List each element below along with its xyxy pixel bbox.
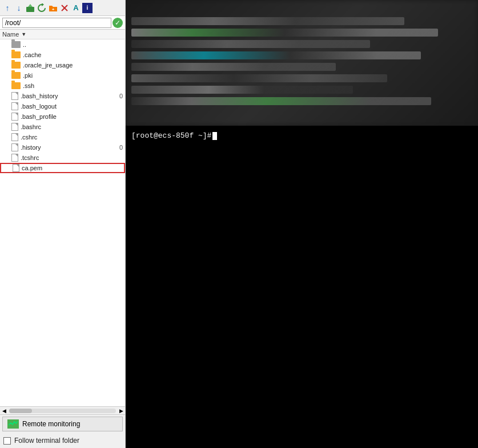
- tree-label-ssh: .ssh: [23, 82, 34, 89]
- folder-yellow-icon: [11, 82, 21, 89]
- follow-folder-row: Follow terminal folder: [0, 433, 125, 448]
- scroll-right-button[interactable]: ▶: [117, 407, 125, 415]
- blur-line-1: [131, 17, 404, 25]
- tree-label-cshrc: .cshrc: [21, 134, 37, 141]
- refresh-icon[interactable]: [37, 3, 47, 13]
- tree-label-bashrc: .bashrc: [21, 123, 41, 130]
- file-icon: [11, 123, 18, 131]
- file-icon: [11, 102, 18, 110]
- follow-folder-label: Follow terminal folder: [14, 437, 79, 445]
- blur-line-3: [131, 40, 370, 48]
- tree-label-bash-logout: .bash_logout: [21, 103, 57, 110]
- blur-line-8: [131, 97, 431, 105]
- new-folder-icon[interactable]: +: [48, 3, 58, 13]
- tree-item-ssh[interactable]: .ssh: [0, 81, 125, 91]
- tree-item-tcshrc[interactable]: .tcshrc: [0, 153, 125, 163]
- folder-gray-icon: [11, 41, 21, 48]
- toolbar: ↑ ↓ + A i: [0, 0, 125, 16]
- svg-rect-0: [26, 7, 34, 12]
- scroll-thumb[interactable]: [9, 409, 32, 413]
- rename-icon[interactable]: A: [71, 3, 81, 13]
- blur-line-7: [131, 86, 353, 94]
- remote-monitoring-label: Remote monitoring: [22, 420, 80, 428]
- svg-marker-1: [28, 4, 33, 7]
- tree-label-dotdot: ..: [23, 41, 26, 48]
- file-icon: [11, 113, 18, 121]
- terminal-prompt-area[interactable]: [root@ecs-850f ~]#: [126, 126, 478, 448]
- scroll-track[interactable]: [9, 409, 116, 413]
- path-bar: ✓: [0, 16, 125, 30]
- monitor-icon: [7, 419, 19, 429]
- history-size: 0: [119, 144, 123, 151]
- tree-label-cache: .cache: [23, 51, 41, 58]
- file-icon: [11, 133, 18, 141]
- left-panel: ↑ ↓ + A i ✓ Name ▼: [0, 0, 126, 448]
- path-ok-button[interactable]: ✓: [113, 18, 123, 28]
- tree-item-oracle-jre[interactable]: .oracle_jre_usage: [0, 60, 125, 70]
- horizontal-scrollbar[interactable]: ◀ ▶: [0, 406, 125, 414]
- tree-item-ca-pem[interactable]: ca.pem: [0, 163, 125, 173]
- blur-line-6: [131, 74, 387, 82]
- sort-arrow-icon: ▼: [21, 31, 26, 37]
- tree-label-history: .history: [21, 144, 41, 151]
- tree-item-dotdot[interactable]: ..: [0, 39, 125, 50]
- upload-folder-icon[interactable]: [25, 3, 35, 13]
- tree-label-tcshrc: .tcshrc: [21, 154, 39, 161]
- terminal-blur-area: [126, 0, 478, 126]
- tree-item-bashrc[interactable]: .bashrc: [0, 122, 125, 132]
- terminal-prompt-line: [root@ecs-850f ~]#: [131, 131, 472, 140]
- tree-item-cache[interactable]: .cache: [0, 50, 125, 60]
- folder-yellow-icon: [11, 51, 21, 58]
- tree-item-bash-history[interactable]: .bash_history 0: [0, 91, 125, 101]
- delete-icon[interactable]: [59, 3, 70, 13]
- blur-line-5: [131, 63, 336, 71]
- upload-icon[interactable]: ↑: [2, 3, 13, 13]
- file-tree-header: Name ▼: [0, 30, 125, 39]
- blur-line-2: [131, 29, 438, 37]
- bash-history-size: 0: [119, 93, 123, 99]
- download-icon[interactable]: ↓: [14, 3, 24, 13]
- terminal-cursor: [212, 132, 217, 140]
- tree-item-bash-logout[interactable]: .bash_logout: [0, 101, 125, 111]
- file-icon: [11, 143, 18, 151]
- blur-line-4: [131, 51, 421, 59]
- name-column-header[interactable]: Name ▼: [2, 31, 123, 38]
- tree-label-bash-profile: .bash_profile: [21, 113, 57, 120]
- follow-folder-checkbox[interactable]: [3, 437, 11, 445]
- tree-item-bash-profile[interactable]: .bash_profile: [0, 111, 125, 122]
- file-icon: [13, 164, 19, 172]
- bottom-panel: Remote monitoring Follow terminal folder: [0, 414, 125, 448]
- terminal-panel[interactable]: [root@ecs-850f ~]#: [126, 0, 478, 448]
- info-icon[interactable]: i: [82, 3, 93, 13]
- tree-label-ca-pem: ca.pem: [22, 165, 42, 171]
- tree-label-pki: .pki: [23, 72, 33, 79]
- tree-item-history[interactable]: .history 0: [0, 142, 125, 153]
- file-icon: [11, 154, 18, 162]
- file-icon: [11, 92, 18, 100]
- tree-label-oracle-jre: .oracle_jre_usage: [23, 62, 73, 69]
- svg-text:+: +: [52, 7, 55, 12]
- scroll-left-button[interactable]: ◀: [0, 407, 8, 415]
- name-col-label: Name: [2, 31, 19, 38]
- tree-item-cshrc[interactable]: .cshrc: [0, 132, 125, 142]
- folder-yellow-icon: [11, 72, 21, 79]
- path-input[interactable]: [2, 18, 111, 28]
- file-tree: .. .cache .oracle_jre_usage .pki .ss: [0, 39, 125, 406]
- remote-monitoring-button[interactable]: Remote monitoring: [2, 417, 123, 431]
- tree-item-pki[interactable]: .pki: [0, 70, 125, 81]
- blur-content: [131, 6, 472, 109]
- main-container: ↑ ↓ + A i ✓ Name ▼: [0, 0, 478, 448]
- prompt-text: [root@ecs-850f ~]#: [131, 131, 211, 140]
- folder-yellow-icon: [11, 62, 21, 69]
- tree-label-bash-history: .bash_history: [21, 93, 58, 99]
